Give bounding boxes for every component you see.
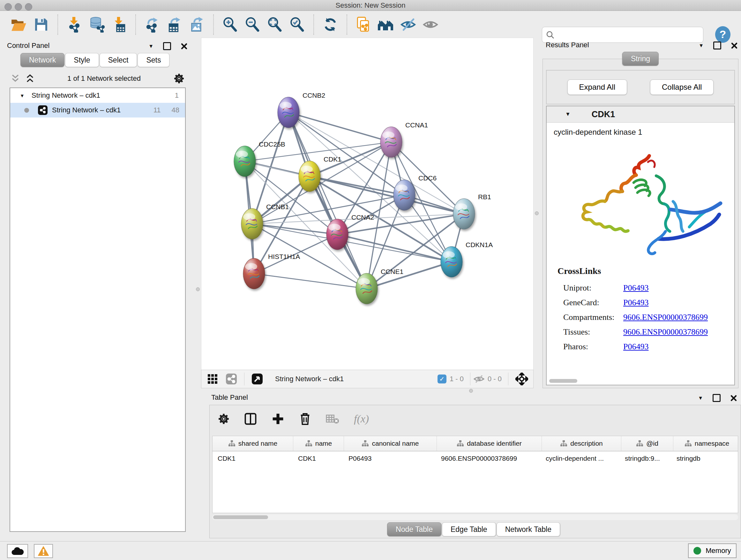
column-header-database-identifier[interactable]: database identifier — [437, 436, 542, 451]
float-panel-icon[interactable] — [713, 394, 721, 402]
zoom-in-button[interactable] — [221, 15, 239, 34]
network-node-ccne1[interactable]: CCNE1 — [356, 268, 403, 304]
memory-status-dot — [693, 547, 701, 555]
import-table-button[interactable] — [110, 15, 128, 34]
close-panel-icon[interactable] — [730, 395, 737, 401]
results-panel: Results Panel ▼ String Expand All Collap… — [540, 39, 741, 389]
network-options-gear-icon[interactable] — [174, 73, 185, 84]
selected-checkbox-icon[interactable]: ✓ — [437, 374, 447, 383]
hide-selected-button[interactable] — [399, 15, 417, 34]
tab-network[interactable]: Network — [20, 53, 64, 67]
zoom-out-button[interactable] — [243, 15, 262, 34]
tab-string[interactable]: String — [622, 52, 659, 66]
expand-all-icon[interactable] — [25, 74, 35, 83]
export-image-button[interactable] — [188, 15, 206, 34]
collapse-all-button[interactable]: Collapse All — [650, 79, 714, 95]
search-input[interactable] — [554, 30, 703, 39]
network-node-ccna1[interactable]: CCNA1 — [381, 121, 428, 158]
network-node-cdkn1a[interactable]: CDKN1A — [441, 241, 493, 277]
network-view-canvas[interactable]: CCNB2CCNA1CDC25BCDK1CDC6RB1CCNB1CCNA2CDK… — [201, 38, 534, 370]
crosslink-link[interactable]: 9606.ENSP00000378699 — [623, 327, 708, 337]
hidden-eye-icon[interactable] — [474, 374, 484, 384]
window-close-dot[interactable] — [4, 3, 12, 10]
table-hscrollbar[interactable] — [212, 514, 738, 520]
show-all-button[interactable] — [421, 15, 440, 34]
zoom-selected-button[interactable] — [288, 15, 307, 34]
close-panel-icon[interactable] — [731, 42, 738, 49]
column-header-name[interactable]: name — [293, 436, 344, 451]
close-panel-icon[interactable] — [181, 43, 188, 50]
crosslink-link[interactable]: P06493 — [623, 283, 649, 293]
collection-expand-icon[interactable]: ▼ — [20, 93, 24, 98]
toolbar-separator — [57, 14, 58, 35]
export-network-button[interactable] — [143, 15, 161, 34]
duplicate-network-button[interactable] — [354, 15, 373, 34]
import-database-button[interactable] — [87, 15, 106, 34]
tab-style[interactable]: Style — [65, 53, 98, 67]
table-hscroll-thumb[interactable] — [213, 515, 268, 519]
crosslink-row: Tissues:9606.ENSP00000378699 — [563, 325, 728, 339]
show-columns-icon[interactable] — [244, 413, 257, 425]
column-tree-icon — [636, 440, 643, 447]
network-row[interactable]: String Network – cdk1 11 48 — [10, 103, 185, 118]
node-detail-header[interactable]: ▼ CDK1 — [547, 106, 734, 123]
entry-collapse-icon[interactable]: ▼ — [565, 111, 570, 118]
export-network-icon — [144, 17, 160, 33]
network-node-cdc25b[interactable]: CDC25B — [234, 140, 285, 177]
zoom-fit-button[interactable] — [266, 15, 284, 34]
collapse-panel-icon[interactable]: ▼ — [698, 395, 703, 401]
refresh-button[interactable] — [321, 15, 340, 34]
network-collection-row[interactable]: ▼ String Network – cdk1 1 — [10, 88, 185, 103]
left-splitter-handle[interactable] — [196, 287, 200, 291]
birdseye-view-button[interactable] — [252, 373, 263, 385]
window-minimize-dot[interactable] — [15, 3, 22, 10]
entry-hscroll-thumb[interactable] — [549, 379, 577, 383]
node-table[interactable]: shared namenamecanonical namedatabase id… — [212, 436, 738, 513]
column-header-canonical-name[interactable]: canonical name — [344, 436, 437, 451]
float-panel-icon[interactable] — [713, 42, 721, 50]
collapse-panel-icon[interactable]: ▼ — [148, 44, 153, 49]
cloud-status-button[interactable] — [7, 544, 28, 558]
delete-column-icon[interactable] — [299, 412, 311, 426]
network-node-rb1[interactable]: RB1 — [453, 193, 491, 229]
network-share-view-button[interactable] — [226, 373, 237, 385]
column-header--id[interactable]: @id — [621, 436, 673, 451]
collapse-panel-icon[interactable]: ▼ — [698, 43, 704, 48]
memory-button[interactable]: Memory — [688, 543, 737, 558]
tab-node-table[interactable]: Node Table — [387, 522, 441, 537]
table-row[interactable]: CDK1CDK1P064939606.ENSP00000378699cyclin… — [212, 451, 738, 465]
column-header-namespace[interactable]: namespace — [673, 436, 738, 451]
entry-gene-name: CDK1 — [592, 110, 615, 119]
warnings-button[interactable] — [34, 544, 53, 558]
crosslink-label: GeneCard: — [563, 298, 623, 307]
crosslink-link[interactable]: P06493 — [623, 342, 649, 352]
import-network-button[interactable] — [65, 15, 84, 34]
crosslink-link[interactable]: P06493 — [623, 298, 649, 307]
tab-network-table[interactable]: Network Table — [496, 522, 560, 537]
crosslink-link[interactable]: 9606.ENSP00000378699 — [623, 313, 708, 322]
table-container: f(x) shared namenamecanonical namedataba… — [209, 405, 741, 538]
protein-structure-image — [556, 136, 731, 261]
import-database-icon — [88, 17, 105, 33]
table-options-gear-icon[interactable] — [218, 413, 229, 425]
right-splitter-handle[interactable] — [535, 211, 539, 215]
expand-all-button[interactable]: Expand All — [567, 79, 627, 95]
column-header-shared-name[interactable]: shared name — [212, 436, 293, 451]
show-grid-button[interactable] — [207, 374, 218, 384]
string-results-container: Expand All Collapse All ▼ CDK1 cyclin-de… — [542, 59, 738, 388]
save-session-button[interactable] — [32, 15, 51, 34]
network-node-hist1h1a[interactable]: HIST1H1A — [243, 253, 300, 289]
tab-sets[interactable]: Sets — [138, 53, 170, 67]
column-header-description[interactable]: description — [542, 436, 621, 451]
float-panel-icon[interactable] — [163, 42, 171, 50]
open-session-button[interactable] — [10, 15, 28, 34]
fit-content-button[interactable] — [515, 373, 528, 385]
window-zoom-dot[interactable] — [25, 3, 32, 10]
collapse-all-icon[interactable] — [11, 74, 20, 83]
bottom-splitter-handle[interactable] — [469, 389, 473, 393]
tab-edge-table[interactable]: Edge Table — [442, 522, 496, 537]
tab-select[interactable]: Select — [99, 53, 137, 67]
export-table-button[interactable] — [165, 15, 184, 34]
first-neighbors-button[interactable] — [377, 15, 395, 34]
add-column-icon[interactable] — [272, 413, 284, 425]
